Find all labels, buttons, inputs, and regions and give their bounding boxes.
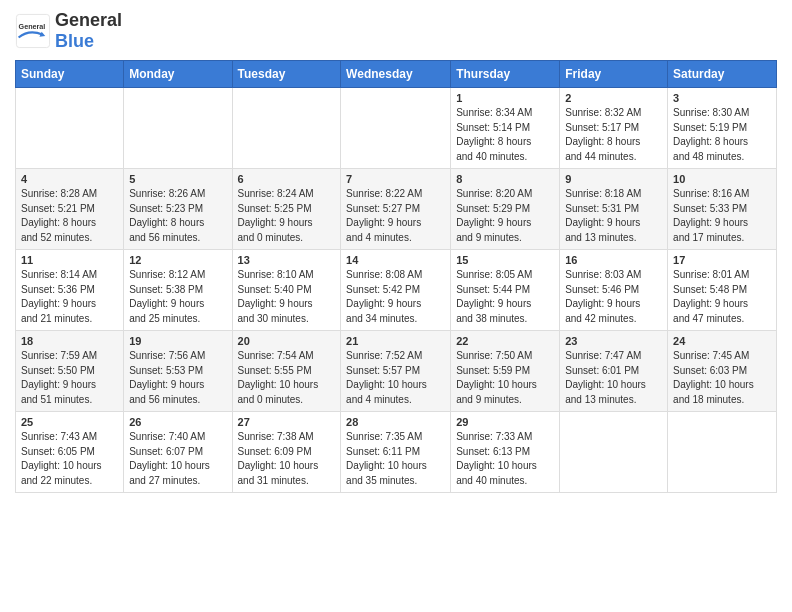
day-number: 9 [565,173,662,185]
day-number: 22 [456,335,554,347]
day-number: 29 [456,416,554,428]
day-number: 1 [456,92,554,104]
day-info: Sunrise: 8:05 AM Sunset: 5:44 PM Dayligh… [456,268,554,326]
calendar-week-5: 25Sunrise: 7:43 AM Sunset: 6:05 PM Dayli… [16,412,777,493]
calendar-cell: 1Sunrise: 8:34 AM Sunset: 5:14 PM Daylig… [451,88,560,169]
calendar-cell: 17Sunrise: 8:01 AM Sunset: 5:48 PM Dayli… [668,250,777,331]
logo: General General Blue [15,10,122,52]
calendar-cell: 6Sunrise: 8:24 AM Sunset: 5:25 PM Daylig… [232,169,341,250]
logo-blue: Blue [55,31,94,51]
day-info: Sunrise: 8:16 AM Sunset: 5:33 PM Dayligh… [673,187,771,245]
logo-general: General [55,10,122,30]
calendar-cell [16,88,124,169]
day-number: 20 [238,335,336,347]
calendar-cell: 26Sunrise: 7:40 AM Sunset: 6:07 PM Dayli… [124,412,232,493]
calendar-cell: 22Sunrise: 7:50 AM Sunset: 5:59 PM Dayli… [451,331,560,412]
col-header-sunday: Sunday [16,61,124,88]
calendar-cell: 13Sunrise: 8:10 AM Sunset: 5:40 PM Dayli… [232,250,341,331]
day-number: 24 [673,335,771,347]
day-number: 6 [238,173,336,185]
col-header-tuesday: Tuesday [232,61,341,88]
day-info: Sunrise: 7:59 AM Sunset: 5:50 PM Dayligh… [21,349,118,407]
calendar-cell: 20Sunrise: 7:54 AM Sunset: 5:55 PM Dayli… [232,331,341,412]
day-number: 3 [673,92,771,104]
calendar-header-row: SundayMondayTuesdayWednesdayThursdayFrid… [16,61,777,88]
calendar-cell: 29Sunrise: 7:33 AM Sunset: 6:13 PM Dayli… [451,412,560,493]
calendar-cell: 4Sunrise: 8:28 AM Sunset: 5:21 PM Daylig… [16,169,124,250]
calendar-cell: 9Sunrise: 8:18 AM Sunset: 5:31 PM Daylig… [560,169,668,250]
calendar-cell: 24Sunrise: 7:45 AM Sunset: 6:03 PM Dayli… [668,331,777,412]
day-info: Sunrise: 8:22 AM Sunset: 5:27 PM Dayligh… [346,187,445,245]
day-number: 26 [129,416,226,428]
calendar-cell: 8Sunrise: 8:20 AM Sunset: 5:29 PM Daylig… [451,169,560,250]
day-info: Sunrise: 8:28 AM Sunset: 5:21 PM Dayligh… [21,187,118,245]
col-header-monday: Monday [124,61,232,88]
calendar-cell: 27Sunrise: 7:38 AM Sunset: 6:09 PM Dayli… [232,412,341,493]
calendar-week-2: 4Sunrise: 8:28 AM Sunset: 5:21 PM Daylig… [16,169,777,250]
day-info: Sunrise: 8:34 AM Sunset: 5:14 PM Dayligh… [456,106,554,164]
day-number: 28 [346,416,445,428]
calendar-week-4: 18Sunrise: 7:59 AM Sunset: 5:50 PM Dayli… [16,331,777,412]
day-number: 19 [129,335,226,347]
day-number: 15 [456,254,554,266]
day-info: Sunrise: 8:01 AM Sunset: 5:48 PM Dayligh… [673,268,771,326]
day-info: Sunrise: 7:50 AM Sunset: 5:59 PM Dayligh… [456,349,554,407]
calendar-cell: 11Sunrise: 8:14 AM Sunset: 5:36 PM Dayli… [16,250,124,331]
day-info: Sunrise: 8:08 AM Sunset: 5:42 PM Dayligh… [346,268,445,326]
day-number: 11 [21,254,118,266]
day-number: 14 [346,254,445,266]
day-info: Sunrise: 7:56 AM Sunset: 5:53 PM Dayligh… [129,349,226,407]
calendar-week-1: 1Sunrise: 8:34 AM Sunset: 5:14 PM Daylig… [16,88,777,169]
day-info: Sunrise: 8:30 AM Sunset: 5:19 PM Dayligh… [673,106,771,164]
day-info: Sunrise: 8:18 AM Sunset: 5:31 PM Dayligh… [565,187,662,245]
day-info: Sunrise: 7:35 AM Sunset: 6:11 PM Dayligh… [346,430,445,488]
day-number: 13 [238,254,336,266]
col-header-wednesday: Wednesday [341,61,451,88]
calendar-cell: 3Sunrise: 8:30 AM Sunset: 5:19 PM Daylig… [668,88,777,169]
day-info: Sunrise: 7:52 AM Sunset: 5:57 PM Dayligh… [346,349,445,407]
calendar-cell: 28Sunrise: 7:35 AM Sunset: 6:11 PM Dayli… [341,412,451,493]
day-info: Sunrise: 8:32 AM Sunset: 5:17 PM Dayligh… [565,106,662,164]
calendar-cell [232,88,341,169]
calendar-table: SundayMondayTuesdayWednesdayThursdayFrid… [15,60,777,493]
day-info: Sunrise: 7:38 AM Sunset: 6:09 PM Dayligh… [238,430,336,488]
day-number: 16 [565,254,662,266]
day-info: Sunrise: 8:24 AM Sunset: 5:25 PM Dayligh… [238,187,336,245]
col-header-saturday: Saturday [668,61,777,88]
day-number: 8 [456,173,554,185]
day-number: 18 [21,335,118,347]
calendar-cell: 12Sunrise: 8:12 AM Sunset: 5:38 PM Dayli… [124,250,232,331]
calendar-cell: 7Sunrise: 8:22 AM Sunset: 5:27 PM Daylig… [341,169,451,250]
day-number: 7 [346,173,445,185]
day-number: 27 [238,416,336,428]
day-info: Sunrise: 8:10 AM Sunset: 5:40 PM Dayligh… [238,268,336,326]
calendar-cell: 5Sunrise: 8:26 AM Sunset: 5:23 PM Daylig… [124,169,232,250]
logo-icon: General [15,13,51,49]
day-info: Sunrise: 8:14 AM Sunset: 5:36 PM Dayligh… [21,268,118,326]
page-container: General General Blue SundayMondayTuesday… [0,0,792,503]
calendar-cell: 25Sunrise: 7:43 AM Sunset: 6:05 PM Dayli… [16,412,124,493]
calendar-cell: 14Sunrise: 8:08 AM Sunset: 5:42 PM Dayli… [341,250,451,331]
day-number: 17 [673,254,771,266]
calendar-cell: 2Sunrise: 8:32 AM Sunset: 5:17 PM Daylig… [560,88,668,169]
day-info: Sunrise: 8:26 AM Sunset: 5:23 PM Dayligh… [129,187,226,245]
day-number: 2 [565,92,662,104]
calendar-cell [124,88,232,169]
day-info: Sunrise: 7:45 AM Sunset: 6:03 PM Dayligh… [673,349,771,407]
svg-text:General: General [19,22,46,31]
calendar-cell [560,412,668,493]
calendar-week-3: 11Sunrise: 8:14 AM Sunset: 5:36 PM Dayli… [16,250,777,331]
day-info: Sunrise: 7:54 AM Sunset: 5:55 PM Dayligh… [238,349,336,407]
day-number: 12 [129,254,226,266]
calendar-cell [341,88,451,169]
day-info: Sunrise: 7:40 AM Sunset: 6:07 PM Dayligh… [129,430,226,488]
day-number: 5 [129,173,226,185]
calendar-cell: 23Sunrise: 7:47 AM Sunset: 6:01 PM Dayli… [560,331,668,412]
day-info: Sunrise: 8:03 AM Sunset: 5:46 PM Dayligh… [565,268,662,326]
calendar-cell: 15Sunrise: 8:05 AM Sunset: 5:44 PM Dayli… [451,250,560,331]
day-number: 10 [673,173,771,185]
calendar-cell [668,412,777,493]
calendar-cell: 19Sunrise: 7:56 AM Sunset: 5:53 PM Dayli… [124,331,232,412]
day-info: Sunrise: 8:12 AM Sunset: 5:38 PM Dayligh… [129,268,226,326]
day-number: 23 [565,335,662,347]
